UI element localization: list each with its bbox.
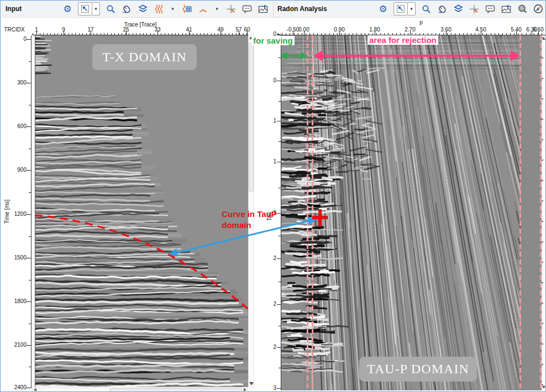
p-minor-tick bbox=[498, 33, 499, 35]
settings-gear-icon[interactable]: ⚙ bbox=[62, 3, 73, 14]
trace-minor-tick bbox=[133, 33, 133, 35]
p-minor-tick bbox=[329, 33, 330, 35]
p-minor-tick bbox=[495, 33, 495, 35]
p-minor-tick bbox=[451, 33, 452, 35]
time-axis-line bbox=[31, 35, 32, 388]
time-tick-label: 2400 bbox=[8, 384, 27, 390]
p-minor-tick bbox=[317, 33, 318, 35]
trace-grid-icon[interactable] bbox=[181, 3, 192, 14]
p-minor-tick bbox=[514, 33, 514, 35]
trace-minor-tick bbox=[125, 33, 126, 35]
p-minor-tick bbox=[392, 33, 393, 35]
trace-minor-tick bbox=[122, 33, 122, 35]
comment-icon[interactable] bbox=[242, 3, 253, 14]
tx-vscroll-down-arrow[interactable] bbox=[249, 382, 254, 385]
radon-panel-title: Radon Analysis bbox=[277, 5, 327, 13]
settings-gear-icon[interactable]: ⚙ bbox=[377, 3, 389, 14]
curve-dome-icon[interactable] bbox=[197, 3, 208, 14]
p-axis-title: p bbox=[419, 19, 423, 25]
mouse-select-icon[interactable] bbox=[121, 3, 132, 14]
p-minor-tick bbox=[356, 33, 357, 35]
trace-tick bbox=[64, 31, 64, 35]
snapshot-icon[interactable] bbox=[258, 3, 269, 14]
input-toolbar: Input ⚙▾▾▾@▾ bbox=[1, 1, 273, 18]
taup-vscroll-down-arrow[interactable] bbox=[542, 386, 545, 389]
input-panel-title: Input bbox=[6, 5, 22, 13]
time-minor-tick bbox=[29, 367, 31, 367]
saving-zone-left-dashed-line[interactable] bbox=[307, 35, 308, 392]
tau-tick-label: 1 bbox=[269, 158, 276, 165]
p-minor-tick bbox=[369, 33, 369, 35]
zoom-mode-icon[interactable] bbox=[78, 2, 92, 15]
zoom-mode-icon[interactable] bbox=[393, 2, 408, 15]
trace-minor-tick bbox=[150, 33, 151, 35]
p-tick bbox=[410, 31, 411, 35]
tau-tick-label: 2 bbox=[269, 301, 276, 307]
time-tick-label: 1800 bbox=[8, 298, 27, 304]
p-tick bbox=[304, 31, 305, 35]
taup-seismic-view[interactable] bbox=[281, 35, 542, 391]
trace-minor-tick bbox=[104, 33, 104, 35]
zoom-at-icon[interactable]: @ bbox=[517, 3, 528, 14]
mouse-select-icon[interactable] bbox=[437, 3, 448, 14]
trace-minor-tick bbox=[158, 33, 158, 35]
p-minor-tick bbox=[432, 33, 432, 35]
magnifier-icon[interactable] bbox=[105, 3, 116, 14]
trace-minor-tick bbox=[186, 33, 186, 35]
tau-right-edge-tick bbox=[542, 221, 543, 222]
p-minor-tick bbox=[463, 33, 464, 35]
p-tick bbox=[538, 31, 539, 35]
time-tick bbox=[27, 39, 31, 40]
p-minor-tick bbox=[518, 33, 518, 35]
tx-hscroll-right-arrow[interactable] bbox=[244, 388, 246, 391]
p-minor-tick bbox=[349, 33, 349, 35]
tau-right-edge-tick bbox=[542, 323, 543, 324]
tau-tick bbox=[277, 121, 281, 121]
tau-tick-label: 0 bbox=[269, 77, 276, 83]
radon-toolbar: Radon Analysis ⚙▾@ bbox=[273, 1, 546, 18]
tx-hscroll-thumb[interactable] bbox=[109, 388, 242, 392]
p-minor-tick bbox=[361, 33, 361, 35]
time-tick-label: 300 bbox=[8, 80, 27, 86]
p-minor-tick bbox=[428, 33, 428, 35]
trace-minor-tick bbox=[140, 33, 140, 35]
trace-minor-tick bbox=[47, 33, 48, 35]
time-tick-label: 900 bbox=[8, 167, 27, 173]
p-minor-tick bbox=[400, 33, 401, 35]
taup-vertical-scrollbar[interactable] bbox=[542, 35, 546, 391]
tau-tick-label: 2 bbox=[269, 344, 276, 350]
tau-tick bbox=[277, 162, 281, 162]
trace-minor-tick bbox=[50, 33, 51, 35]
compass-icon[interactable] bbox=[533, 3, 544, 14]
zoom-mode-dropdown-caret-icon[interactable]: ▾ bbox=[92, 2, 100, 15]
tx-seismic-view[interactable] bbox=[35, 35, 248, 387]
time-tick-label: 1200 bbox=[8, 211, 27, 217]
crosshair-pick-icon[interactable] bbox=[469, 3, 480, 14]
trace-minor-tick bbox=[146, 33, 147, 35]
layers-icon[interactable] bbox=[137, 3, 148, 14]
tx-hscroll-left-arrow[interactable] bbox=[34, 388, 36, 391]
snapshot-icon[interactable] bbox=[501, 3, 512, 14]
wiggle-traces-icon[interactable] bbox=[153, 3, 164, 14]
magnifier-icon[interactable] bbox=[421, 3, 432, 14]
trace-minor-tick bbox=[232, 33, 233, 35]
tau-right-edge-tick bbox=[542, 57, 543, 59]
p-minor-tick bbox=[294, 33, 295, 35]
tau-minor-tick bbox=[279, 141, 281, 142]
trace-minor-tick bbox=[40, 33, 40, 35]
wiggle-traces-dropdown-caret-icon[interactable]: ▾ bbox=[169, 3, 176, 15]
layers-icon[interactable] bbox=[453, 3, 464, 14]
p-minor-tick bbox=[471, 33, 471, 35]
comment-icon[interactable] bbox=[485, 3, 496, 14]
p-minor-tick bbox=[416, 33, 416, 35]
tau-right-edge-tick bbox=[542, 200, 543, 202]
curve-dome-dropdown-caret-icon[interactable]: ▾ bbox=[213, 3, 221, 15]
tau-minor-tick bbox=[279, 368, 281, 368]
rejection-zone-dashed-line[interactable] bbox=[519, 35, 521, 392]
p-minor-tick bbox=[491, 33, 491, 35]
saving-zone-right-dashed-line[interactable] bbox=[312, 35, 313, 392]
zoom-mode-dropdown-caret-icon[interactable]: ▾ bbox=[408, 2, 416, 15]
tx-vscroll-thumb[interactable] bbox=[249, 43, 254, 192]
time-tick bbox=[27, 388, 31, 388]
crosshair-pick-icon[interactable] bbox=[225, 3, 237, 14]
